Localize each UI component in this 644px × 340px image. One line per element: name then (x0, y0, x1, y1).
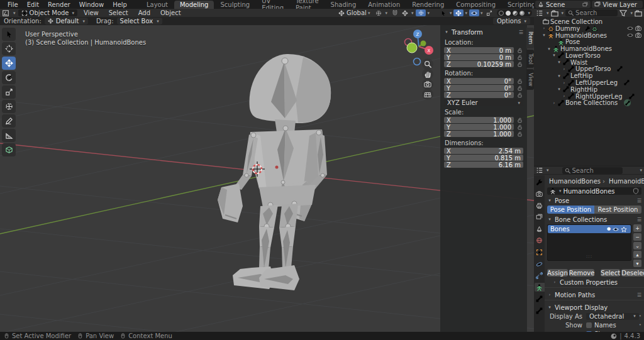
tool-rotate[interactable] (2, 71, 16, 84)
proportional-editing-toggle[interactable] (416, 9, 426, 16)
lock-icon[interactable] (516, 92, 523, 98)
rest-position-button[interactable]: Rest Position (594, 206, 641, 214)
scale-x-field[interactable]: X1.000 (444, 117, 514, 123)
modifier-wrench-icon[interactable] (585, 26, 591, 31)
menu-select[interactable]: Select (105, 9, 132, 17)
sidebar-tab-view[interactable]: View (526, 69, 534, 90)
outliner-row-pose[interactable]: Pose (536, 38, 643, 45)
shading-material-icon[interactable] (513, 11, 518, 16)
tab-object-data[interactable] (535, 283, 545, 292)
location-z-field[interactable]: Z0.10259 m (444, 61, 514, 67)
axis-neg-y-ball[interactable] (407, 43, 417, 53)
lock-icon[interactable] (516, 55, 523, 60)
rotation-y-field[interactable]: Y0° (444, 85, 514, 91)
star-icon[interactable] (621, 226, 627, 233)
select-button[interactable]: Select (601, 269, 620, 277)
menu-object[interactable]: Object (157, 9, 185, 17)
bone-collections-panel-header[interactable]: ▾Bone Collections☰ (547, 216, 641, 223)
tab-object-constraints[interactable] (535, 271, 545, 280)
sidebar-tab-tool[interactable]: Tool (526, 50, 534, 68)
breadcrumb-data[interactable]: HumanoidBones (609, 178, 644, 185)
shading-wireframe-icon[interactable] (499, 11, 504, 16)
orientation-value[interactable]: Global (347, 9, 367, 16)
scene-selector[interactable]: Scene (535, 1, 591, 8)
tab-output[interactable] (535, 201, 545, 210)
shading-dropdown[interactable]: ▾ (528, 11, 530, 16)
outliner-row-lefthip[interactable]: ▾ LeftHip (536, 72, 643, 79)
axis-y-ball[interactable] (421, 41, 426, 47)
move-up-button[interactable]: ▴ (633, 251, 641, 258)
location-x-field[interactable]: X0 m (444, 47, 514, 53)
outliner-row-uppertorso[interactable]: › UpperTorso (536, 66, 643, 73)
motion-paths-panel-header[interactable]: ›Motion Paths☰ (547, 291, 641, 299)
outliner-display-mode-icon[interactable] (551, 9, 558, 17)
workspace-tab-rendering[interactable]: Rendering (406, 1, 450, 9)
viewport-display-panel-header[interactable]: ▾Viewport Display (547, 304, 641, 311)
scale-y-field[interactable]: Y1.000 (444, 124, 514, 130)
outliner-row-rightupperleg[interactable]: › RightUpperLeg (536, 93, 643, 100)
axis-neg-z-ball[interactable] (414, 58, 421, 65)
options-button[interactable]: Options▾ (493, 18, 530, 25)
drag-dropdown[interactable]: Select Box▾ (117, 18, 162, 25)
disable-render-camera-icon[interactable] (635, 25, 641, 31)
lock-icon[interactable] (516, 48, 523, 53)
display-as-dropdown[interactable]: Octahedral▾ (586, 313, 639, 320)
remove-collection-button[interactable]: − (633, 233, 641, 241)
shading-solid-icon[interactable] (506, 11, 511, 16)
deselect-button[interactable]: Deselect (621, 269, 644, 277)
tab-bone-constraints[interactable] (535, 307, 545, 315)
transform-orientation-dropdown[interactable] (336, 9, 347, 16)
menu-render[interactable]: Render (44, 1, 74, 9)
tab-scene[interactable] (535, 224, 545, 233)
menu-help[interactable]: Help (109, 1, 131, 9)
workspace-tab-modeling[interactable]: Modeling (174, 1, 214, 9)
lock-icon[interactable] (516, 79, 523, 84)
menu-file[interactable]: File (4, 1, 22, 9)
outliner-editor-type-icon[interactable] (536, 9, 543, 17)
outliner-search-input[interactable]: Search (565, 9, 618, 16)
tool-select-box[interactable] (2, 28, 16, 41)
properties-search-input[interactable]: Search (562, 167, 623, 174)
names-checkbox[interactable] (586, 322, 592, 328)
assign-button[interactable]: Assign (547, 269, 568, 277)
workspace-tab-layout[interactable]: Layout (141, 1, 174, 9)
outliner-row-bone-collections[interactable]: › Bone Collections (536, 100, 643, 107)
new-collection-icon[interactable] (635, 9, 642, 17)
dimensions-y-field[interactable]: Y0.815 m (444, 155, 523, 161)
show-gizmos-toggle[interactable] (453, 9, 464, 16)
tool-transform[interactable] (2, 100, 16, 113)
show-overlays-toggle[interactable] (469, 9, 479, 16)
tab-view-layer[interactable] (535, 213, 545, 222)
tab-world[interactable] (535, 236, 545, 245)
lock-icon[interactable] (516, 124, 523, 130)
workspace-tab-sculpting[interactable]: Sculpting (214, 1, 255, 9)
lock-icon[interactable] (516, 85, 523, 91)
menu-view[interactable]: View (80, 9, 103, 17)
mesh-data-icon[interactable] (592, 26, 597, 31)
outliner-row-scene-collection[interactable]: Scene Collection (536, 18, 643, 25)
outliner-row-humanoidbones-object[interactable]: ▾ HumanoidBones (536, 32, 643, 39)
workspace-tab-shading[interactable]: Shading (325, 1, 362, 9)
add-collection-button[interactable]: + (633, 224, 641, 232)
collection-specials-dropdown[interactable]: ⌄ (633, 242, 641, 250)
tool-scale[interactable] (2, 85, 16, 99)
rotation-mode-dropdown[interactable]: XYZ Euler▾ (444, 99, 523, 106)
tab-physics[interactable] (535, 260, 545, 268)
disable-render-camera-icon[interactable] (635, 32, 641, 38)
tool-add-cube[interactable] (2, 143, 16, 156)
orientation-dropdown[interactable]: Default▾ (45, 18, 88, 25)
outliner-row-lowertorso[interactable]: ▾ LowerTorso (536, 52, 643, 59)
hide-eye-icon[interactable] (627, 25, 633, 31)
armature-name-field[interactable]: ▾ HumanoidBones (547, 187, 641, 195)
object-type-visibility-dropdown[interactable] (438, 9, 448, 16)
outliner-row-humanoidbones-data[interactable]: ▾ HumanoidBones (536, 45, 643, 52)
outliner-row-dummy[interactable]: › Dummy (536, 25, 643, 32)
dimensions-z-field[interactable]: Z6.16 m (444, 162, 523, 168)
move-down-button[interactable]: ▾ (633, 260, 641, 267)
rotation-z-field[interactable]: Z0° (444, 92, 514, 98)
humanoid-character[interactable] (218, 54, 331, 290)
shading-rendered-icon[interactable] (519, 11, 525, 16)
menu-window[interactable]: Window (75, 1, 108, 9)
sidebar-tab-item[interactable]: Item (526, 28, 534, 48)
lock-icon[interactable] (516, 118, 523, 123)
